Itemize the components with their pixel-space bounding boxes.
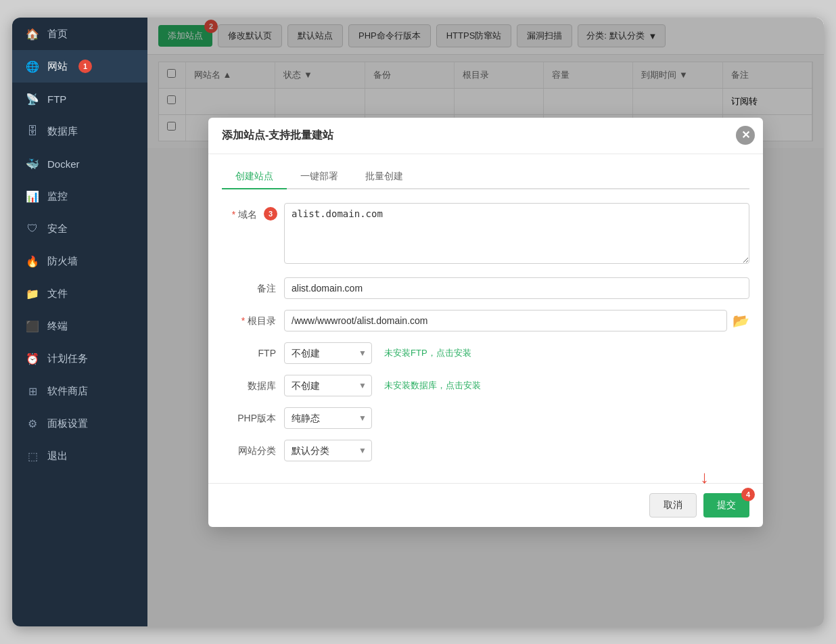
- ftp-field: 不创建 创建FTP ▼ 未安装FTP，点击安装: [284, 342, 749, 364]
- rootdir-input-wrapper: 📂: [284, 310, 749, 331]
- home-icon: 🏠: [26, 27, 39, 41]
- sidebar-label-logout: 退出: [47, 450, 68, 463]
- ftp-install-link[interactable]: 未安装FTP，点击安装: [384, 347, 471, 359]
- php-form-row: PHP版本 纯静态 PHP-7.4 PHP-8.0 ▼: [222, 407, 749, 429]
- sidebar-label-cron: 计划任务: [47, 352, 88, 365]
- sidebar-item-firewall[interactable]: 🔥 防火墙: [12, 245, 147, 277]
- rootdir-field: 📂: [284, 310, 749, 331]
- category-form-row: 网站分类 默认分类 ▼: [222, 440, 749, 461]
- note-input[interactable]: [284, 277, 749, 299]
- sidebar-label-security: 安全: [47, 223, 68, 235]
- database-icon: 🗄: [26, 124, 39, 138]
- sidebar-label-docker: Docker: [47, 158, 80, 170]
- sidebar-item-files[interactable]: 📁 文件: [12, 277, 147, 310]
- modal-overlay: 添加站点-支持批量建站 ✕ 创建站点 一键部署 批量创建: [147, 18, 824, 626]
- logout-icon: ⬚: [26, 449, 39, 463]
- sidebar-item-cron[interactable]: ⏰ 计划任务: [12, 342, 147, 375]
- tab-create-site[interactable]: 创建站点: [222, 165, 287, 189]
- sidebar-item-monitor[interactable]: 📊 监控: [12, 180, 147, 212]
- monitor-icon: 📊: [26, 189, 39, 203]
- sidebar-item-ftp[interactable]: 📡 FTP: [12, 83, 147, 115]
- cron-icon: ⏰: [26, 352, 39, 365]
- category-select[interactable]: 默认分类: [284, 440, 372, 461]
- sidebar-item-appstore[interactable]: ⊞ 软件商店: [12, 375, 147, 407]
- sidebar-item-docker[interactable]: 🐳 Docker: [12, 147, 147, 180]
- note-field: [284, 277, 749, 299]
- sidebar-label-files: 文件: [47, 288, 68, 300]
- ftp-select[interactable]: 不创建 创建FTP: [284, 342, 372, 364]
- sidebar-label-website: 网站: [47, 60, 68, 73]
- rootdir-form-row: * 根目录 📂: [222, 310, 749, 331]
- modal-footer: ↓ 取消 提交 4: [208, 483, 763, 527]
- ftp-select-wrapper: 不创建 创建FTP ▼: [284, 342, 372, 364]
- php-select-wrapper: 纯静态 PHP-7.4 PHP-8.0 ▼: [284, 407, 372, 429]
- cancel-button[interactable]: 取消: [649, 493, 697, 518]
- php-label: PHP版本: [222, 407, 276, 425]
- category-select-wrapper: 默认分类 ▼: [284, 440, 372, 461]
- category-field: 默认分类 ▼: [284, 440, 749, 461]
- security-icon: 🛡: [26, 222, 39, 235]
- domain-field: alist.domain.com: [284, 203, 749, 267]
- ftp-label: FTP: [222, 342, 276, 359]
- sidebar-item-settings[interactable]: ⚙ 面板设置: [12, 407, 147, 440]
- sidebar-label-home: 首页: [47, 28, 68, 41]
- database-select[interactable]: 不创建 创建数据库: [284, 375, 372, 396]
- tab-one-click-deploy[interactable]: 一键部署: [287, 165, 352, 189]
- ftp-icon: 📡: [26, 92, 39, 106]
- docker-icon: 🐳: [26, 157, 39, 170]
- sidebar-item-website[interactable]: 🌐 网站 1: [12, 50, 147, 83]
- main-wrapper: 添加站点 2 修改默认页 默认站点 PHP命令行版本 HTTPS防窜站 漏洞扫描: [147, 18, 824, 626]
- ftp-form-row: FTP 不创建 创建FTP ▼ 未安装FTP，点击安装: [222, 342, 749, 364]
- files-icon: 📁: [26, 287, 39, 300]
- sidebar-item-database[interactable]: 🗄 数据库: [12, 115, 147, 147]
- rootdir-input[interactable]: [284, 310, 727, 331]
- tab-batch-create[interactable]: 批量创建: [352, 165, 417, 189]
- rootdir-label: * 根目录: [222, 310, 276, 327]
- sidebar: 🏠 首页 🌐 网站 1 📡 FTP 🗄 数据库 🐳 Docker 📊 监控 🛡 …: [12, 18, 147, 626]
- submit-button[interactable]: 提交 4: [703, 493, 749, 518]
- database-install-link[interactable]: 未安装数据库，点击安装: [384, 380, 481, 392]
- database-select-wrapper: 不创建 创建数据库 ▼: [284, 375, 372, 396]
- domain-textarea[interactable]: alist.domain.com: [284, 203, 749, 264]
- sidebar-label-ftp: FTP: [47, 93, 66, 105]
- submit-badge: 4: [741, 488, 755, 501]
- modal-tabs: 创建站点 一键部署 批量创建: [222, 165, 749, 189]
- sidebar-item-home[interactable]: 🏠 首页: [12, 18, 147, 50]
- folder-browse-icon[interactable]: 📂: [733, 313, 749, 329]
- modal-title: 添加站点-支持批量建站: [208, 118, 763, 154]
- sidebar-label-monitor: 监控: [47, 190, 68, 203]
- website-badge: 1: [78, 60, 92, 73]
- sidebar-label-appstore: 软件商店: [47, 385, 88, 398]
- note-label: 备注: [222, 277, 276, 295]
- php-select[interactable]: 纯静态 PHP-7.4 PHP-8.0: [284, 407, 372, 429]
- category-label: 网站分类: [222, 440, 276, 457]
- php-field: 纯静态 PHP-7.4 PHP-8.0 ▼: [284, 407, 749, 429]
- domain-badge: 3: [264, 207, 277, 221]
- domain-form-row: * 域名 3 alist.domain.com: [222, 203, 749, 267]
- firewall-icon: 🔥: [26, 254, 39, 268]
- database-field: 不创建 创建数据库 ▼ 未安装数据库，点击安装: [284, 375, 749, 396]
- modal-close-button[interactable]: ✕: [736, 126, 755, 145]
- modal-body: 创建站点 一键部署 批量创建 * 域名 3: [208, 154, 763, 483]
- sidebar-label-settings: 面板设置: [47, 417, 88, 430]
- terminal-icon: ⬛: [26, 319, 39, 333]
- sidebar-item-logout[interactable]: ⬚ 退出: [12, 440, 147, 472]
- domain-label: * 域名 3: [222, 203, 276, 222]
- settings-icon: ⚙: [26, 417, 39, 430]
- note-form-row: 备注: [222, 277, 749, 299]
- sidebar-label-firewall: 防火墙: [47, 255, 78, 268]
- database-form-row: 数据库 不创建 创建数据库 ▼ 未安装数据库，点击安装: [222, 375, 749, 396]
- arrow-indicator: ↓: [700, 467, 709, 488]
- database-label: 数据库: [222, 375, 276, 392]
- sidebar-item-security[interactable]: 🛡 安全: [12, 212, 147, 245]
- sidebar-label-database: 数据库: [47, 125, 78, 138]
- appstore-icon: ⊞: [26, 384, 39, 398]
- sidebar-item-terminal[interactable]: ⬛ 终端: [12, 310, 147, 342]
- add-site-modal: 添加站点-支持批量建站 ✕ 创建站点 一键部署 批量创建: [208, 118, 763, 527]
- sidebar-label-terminal: 终端: [47, 320, 68, 333]
- website-icon: 🌐: [26, 60, 39, 73]
